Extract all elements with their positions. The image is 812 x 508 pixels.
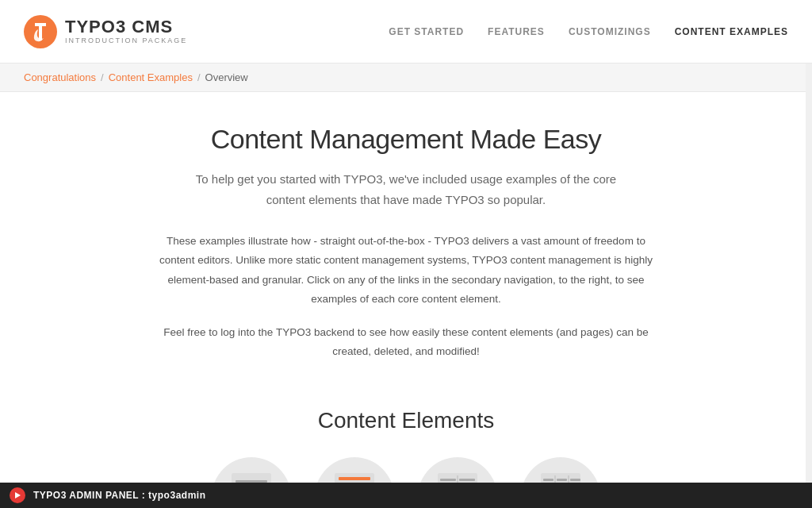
main-body-text-1: These examples illustrate how - straight… (152, 232, 660, 309)
main-nav: GET STARTED FEATURES CUSTOMIZINGS CONTEN… (389, 22, 788, 41)
svg-marker-36 (15, 492, 21, 498)
svg-rect-15 (440, 479, 456, 481)
nav-content-examples[interactable]: CONTENT EXAMPLES (675, 22, 788, 41)
breadcrumb-content-examples[interactable]: Content Examples (109, 71, 193, 83)
logo-title: TYPO3 CMS (65, 17, 187, 37)
svg-rect-8 (339, 477, 370, 480)
svg-rect-19 (459, 479, 475, 481)
nav-features[interactable]: FEATURES (488, 22, 545, 41)
site-header: TYPO3 CMS INTRODUCTION PACKAGE GET START… (0, 0, 812, 64)
typo3-logo-icon (24, 15, 57, 48)
main-body-text-2: Feel free to log into the TYPO3 backend … (152, 323, 660, 362)
main-heading: Content Management Made Easy (95, 124, 717, 155)
svg-rect-31 (570, 479, 580, 481)
admin-bar-label: TYPO3 ADMIN PANEL : typo3admin (33, 490, 205, 501)
nav-get-started[interactable]: GET STARTED (389, 22, 464, 41)
logo-subtitle: INTRODUCTION PACKAGE (65, 37, 187, 45)
logo-text: TYPO3 CMS INTRODUCTION PACKAGE (65, 17, 187, 44)
admin-icon (10, 487, 25, 503)
breadcrumb-sep-2: / (197, 71, 201, 83)
breadcrumb-congratulations[interactable]: Congratulations (24, 71, 96, 83)
svg-rect-28 (557, 479, 567, 481)
main-content: Content Management Made Easy To help get… (0, 92, 812, 400)
main-subheading: To help get you started with TYPO3, we'v… (184, 169, 628, 210)
breadcrumb-sep-1: / (101, 71, 104, 83)
breadcrumb-overview: Overview (205, 71, 248, 83)
admin-bar[interactable]: TYPO3 ADMIN PANEL : typo3admin (0, 483, 812, 508)
content-elements-heading: Content Elements (24, 408, 788, 433)
scrollbar[interactable] (806, 0, 812, 508)
play-icon (13, 491, 22, 500)
svg-rect-25 (543, 479, 553, 481)
breadcrumb: Congratulations / Content Examples / Ove… (0, 64, 812, 92)
logo[interactable]: TYPO3 CMS INTRODUCTION PACKAGE (24, 15, 187, 48)
nav-customizings[interactable]: CUSTOMIZINGS (569, 22, 651, 41)
